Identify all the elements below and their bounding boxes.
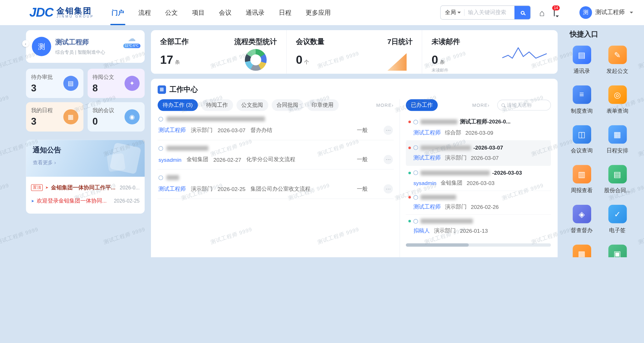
- apps-grid-button[interactable]: [564, 9, 570, 16]
- signature-icon: ✓: [608, 205, 627, 223]
- todo-user-link[interactable]: 测试工程师: [158, 185, 186, 193]
- profile-info: 测试工程师 综合专员 | 智能制造中心: [55, 38, 105, 55]
- done-user-link[interactable]: 测试工程师: [414, 129, 441, 137]
- global-search[interactable]: 全局 输入关键词搜索: [440, 5, 531, 19]
- quick-entry-meeting-search[interactable]: ◫ 会议查询: [565, 125, 598, 155]
- user-avatar: 测: [580, 6, 592, 19]
- stat-value: 3: [31, 116, 53, 127]
- more-actions-icon[interactable]: [384, 126, 393, 135]
- bar-chart-icon: ▣: [608, 245, 627, 257]
- sidebar-collapse-button[interactable]: ‹: [22, 40, 29, 47]
- done-item[interactable]: -2026-03-07 测试工程师 演示部门 2026-03-07: [406, 141, 551, 166]
- done-user-link[interactable]: 拟稿人: [414, 227, 430, 235]
- done-scrollbar-track[interactable]: [406, 243, 551, 247]
- priority-label: 一般: [357, 127, 368, 134]
- messages-button[interactable]: 14: [554, 9, 555, 16]
- done-title-suffix: 测试工程师-2026-0...: [460, 118, 511, 126]
- quick-entry-contacts[interactable]: ▤ 通讯录: [565, 46, 598, 75]
- done-title-suffix: -2026-03-07: [473, 144, 503, 151]
- priority-label: 一般: [357, 185, 368, 193]
- status-dot-icon: [408, 121, 411, 123]
- notice-more-link[interactable]: 查看更多 ›: [33, 159, 56, 166]
- done-more-link[interactable]: MORE›: [472, 103, 490, 108]
- nav-item-schedule[interactable]: 日程: [279, 0, 291, 25]
- todo-item[interactable]: 测试工程师 演示部门 2026-03-07 督办办结 一般: [158, 111, 394, 140]
- nav-item-project[interactable]: 项目: [192, 0, 205, 25]
- todo-item[interactable]: sysadmin 金钼集团 2026-02-27 化学分公司发文流程 一般: [158, 140, 394, 170]
- flow-type-donut-chart: [245, 49, 266, 71]
- todo-user-link[interactable]: 测试工程师: [158, 127, 186, 134]
- stat-label: 待阅公文: [92, 73, 114, 81]
- overview-mail: 未读邮件 0条 未读邮件: [422, 30, 558, 74]
- star-doc-icon: ✦: [125, 76, 140, 91]
- todo-item[interactable]: 测试工程师 演示部门 2026-02-25 集团公司办公室收文流程 一般: [158, 170, 394, 199]
- notice-item[interactable]: 置顶 ➤ 金钼集团一体协同工作平... 2026-0...: [31, 181, 140, 194]
- stat-card-my-meetings[interactable]: 我的会议 0 ◉: [87, 102, 145, 131]
- done-item[interactable]: 测试工程师-2026-0... 测试工程师 综合部 2026-03-09: [406, 114, 551, 141]
- user-menu[interactable]: 测 测试工程师: [580, 6, 633, 19]
- status-ring-icon: [158, 146, 163, 151]
- todo-user-link[interactable]: sysadmin: [158, 156, 181, 163]
- address-book-icon: ▤: [573, 46, 591, 64]
- user-name: 测试工程师: [595, 9, 625, 16]
- quick-entry-form-search[interactable]: ◎ 表单查询: [601, 85, 634, 115]
- tab-done[interactable]: 已办工作: [406, 99, 438, 111]
- stat-label: 待办审批: [31, 73, 53, 81]
- profile-name: 测试工程师: [55, 38, 105, 47]
- stat-label: 我的会议: [92, 106, 114, 114]
- done-item[interactable]: 拟稿人 演示部门 2026-01-13: [406, 215, 551, 238]
- notice-banner: 通知公告 查看更多 ›: [26, 140, 145, 177]
- done-user-link[interactable]: 测试工程师: [414, 154, 441, 162]
- more-actions-icon[interactable]: [384, 155, 393, 164]
- done-scrollbar-thumb[interactable]: [406, 243, 469, 247]
- overview-value: 0: [296, 53, 303, 66]
- done-search-input[interactable]: 请输入名称: [497, 100, 551, 111]
- stat-card-pending-approval[interactable]: 待办审批 3 ▤: [26, 69, 83, 98]
- overview-strip: 全部工作 17条 流程类型统计 会议数量 0个 7日统计: [151, 30, 558, 74]
- nav-item-process[interactable]: 流程: [138, 0, 151, 25]
- search-scope-select[interactable]: 全局: [441, 9, 456, 16]
- quick-entry-qr-supervision[interactable]: ▦ 码上监督...: [565, 245, 598, 257]
- search-input[interactable]: 输入关键词搜索: [468, 9, 514, 16]
- quick-entry-policy-search[interactable]: ≡ 制度查询: [565, 85, 598, 115]
- search-form-icon: ◎: [608, 85, 627, 104]
- done-item[interactable]: -2026-03-03 sysadmin 金钼集团 2026-03-03: [406, 166, 551, 191]
- search-button[interactable]: [514, 5, 530, 19]
- seven-day-bar-chart: [387, 53, 407, 71]
- quick-entry-share-contract[interactable]: ▤ 股份合同...: [601, 165, 634, 194]
- tab-doc-review[interactable]: 公文批阅: [236, 99, 268, 111]
- logo[interactable]: JDC 金钼集团 JINMU GROUP: [29, 5, 94, 19]
- quick-entry-data-report[interactable]: ▣ 数据直报...: [601, 245, 634, 257]
- logo-text: 金钼集团 JINMU GROUP: [57, 7, 94, 19]
- todo-more-link[interactable]: MORE›: [376, 103, 394, 108]
- tab-seal-use[interactable]: 印章使用: [307, 99, 338, 111]
- nav-item-document[interactable]: 公文: [165, 0, 178, 25]
- quick-entry-weekly-report[interactable]: ▥ 周报查看: [565, 165, 598, 194]
- home-icon[interactable]: ⌂: [539, 8, 545, 17]
- quick-entry-create-doc[interactable]: ✎ 发起公文: [601, 46, 634, 75]
- main-content: 全部工作 17条 流程类型统计 会议数量 0个 7日统计: [151, 30, 558, 257]
- nav-item-portal[interactable]: 门户: [112, 0, 124, 25]
- done-item[interactable]: 测试工程师 演示部门 2026-02-26: [406, 191, 551, 215]
- tab-contract-review[interactable]: 合同批阅: [271, 99, 303, 111]
- quick-entry-schedule[interactable]: ▦ 日程安排: [601, 125, 634, 155]
- cloud-icon: ☁: [128, 34, 136, 43]
- done-date: 2026-01-13: [460, 228, 488, 234]
- stat-card-unread-docs[interactable]: 待阅公文 8 ✦: [87, 69, 145, 98]
- more-actions-icon[interactable]: [384, 184, 393, 193]
- done-dept: 金钼集团: [441, 179, 462, 187]
- arrow-icon: ➤: [31, 199, 34, 203]
- logo-mark: JDC: [29, 5, 53, 19]
- tab-todo[interactable]: 待办工作 (3): [158, 99, 197, 111]
- tab-to-read[interactable]: 待阅工作: [201, 99, 233, 111]
- nav-item-more-apps[interactable]: 更多应用: [306, 0, 331, 25]
- done-user-link[interactable]: 测试工程师: [414, 203, 441, 211]
- quick-entry-esign[interactable]: ✓ 电子签: [601, 205, 634, 234]
- stat-card-my-schedule[interactable]: 我的日程 3 ▦: [26, 102, 83, 131]
- overview-title: 流程类型统计: [234, 37, 277, 46]
- nav-item-meeting[interactable]: 会议: [219, 0, 231, 25]
- done-user-link[interactable]: sysadmin: [414, 180, 436, 186]
- notice-item[interactable]: ➤ 欢迎登录金钼集团一体协同... 2026-02-25: [31, 194, 140, 208]
- quick-entry-supervision[interactable]: ◈ 督查督办: [565, 205, 598, 234]
- nav-item-contacts[interactable]: 通讯录: [246, 0, 264, 25]
